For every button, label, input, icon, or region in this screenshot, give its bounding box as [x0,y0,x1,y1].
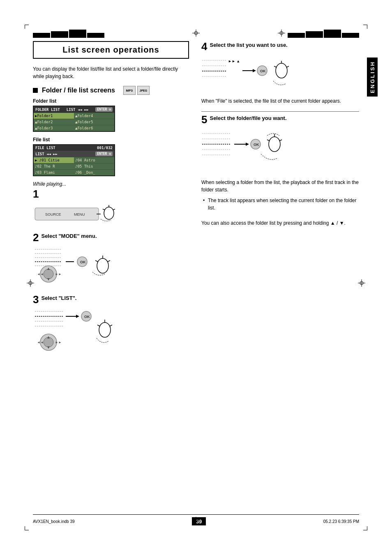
step-5-svg: OK [201,127,316,173]
svg-point-15 [104,207,114,219]
two-column-layout: List screen operations You can display t… [33,41,359,364]
divider-1 [201,111,359,112]
tab-2 [51,31,68,38]
svg-text:◄◄: ◄◄ [37,341,44,344]
step-1-row: 1 [33,189,189,199]
step-3-row: 3 Select "LIST". [33,294,189,305]
step-5-label: Select the folder/file you want. [210,114,286,123]
tab-r1 [288,33,305,38]
svg-point-61 [276,63,287,78]
step-2-diagram: ▲ ▼ ◄◄ ►► OK [33,245,189,288]
folder-row-1: ▶Folder1 ▲Folder4 [34,113,114,119]
step-1-svg: SOURCE MENU [33,202,123,224]
corner-mark-tl [25,25,29,29]
tab-r4 [342,33,359,38]
folder-cell-2-1: ▲Folder2 [34,119,74,125]
file-cell-3-2: ♪06 _Don_ [74,170,114,175]
step-4-body: When "File" is selected, the file list o… [201,97,359,105]
step-4-row: 4 Select the list you want to use. [201,41,359,52]
file-lcd-subheader: LIST ◄◄ ►► ENTER ⊙ [34,151,114,157]
file-row-2: ♪02 The R ♪05 This [34,163,114,169]
right-column: 4 Select the list you want to use. ►► ▲ [201,41,359,364]
step-5-row: 5 Select the folder/file you want. [201,114,359,125]
step-2-number: 2 [33,232,39,243]
folder-lcd-enter: ENTER ⊙ [95,107,113,112]
step-5-body1: When selecting a folder from the list, t… [201,179,359,193]
svg-line-63 [274,66,277,67]
folder-row-3: ▲Folder3 ▲Folder6 [34,125,114,131]
file-row-3: ♪03 Flami ♪06 _Don_ [34,169,114,175]
svg-line-17 [103,209,105,210]
footer-right: 05.2.23 6:39:35 PM [323,519,359,524]
step-3-number: 3 [33,294,39,305]
folder-row-2: ▲Folder2 ▲Folder5 [34,119,114,125]
svg-text:▲: ▲ [46,266,51,271]
svg-point-73 [269,137,280,152]
file-lcd-enter: ENTER ⊙ [95,152,113,156]
top-decoration-bar [33,30,359,38]
file-row-1: ▶ ♪01 Citie ♪04 Astro [34,157,114,163]
step-2-label: Select "MODE" menu. [41,232,97,241]
intro-text: You can display the folder list/file lis… [33,65,189,80]
tab-1 [33,33,50,38]
step-5-diagram: OK [201,127,359,174]
svg-line-64 [286,66,289,67]
file-lcd-title: FILE LIST [35,146,55,150]
step-5-number: 5 [201,114,207,125]
jpeg-icon: JPEG [137,86,150,95]
step-3-label: Select "LIST". [41,294,76,303]
folder-list-lcd: FOLDER LIST LIST ◄◄ ►► ENTER ⊙ ▶Folder1 … [33,106,115,132]
file-cell-2-2: ♪05 This [74,164,114,169]
svg-text:OK: OK [84,315,90,319]
file-lcd-controls: LIST ◄◄ ►► [35,152,58,156]
while-playing-text: While playing... [33,181,189,187]
svg-text:▼: ▼ [46,345,51,350]
step-2-svg: ▲ ▼ ◄◄ ►► OK [33,245,136,286]
svg-text:►► ▲: ►► ▲ [228,59,240,63]
folder-cell-3-1: ▲Folder3 [34,125,74,131]
bottom-center-reg-mark [192,517,200,525]
footer-left: AVX1EN_book.indb 39 [33,519,75,524]
center-reg-mark [192,30,200,38]
svg-text:►►: ►► [55,272,62,276]
folder-file-section-heading: Folder / file list screens MP3 JPEG [33,86,189,95]
tab-r3 [324,30,341,38]
file-cell-2-1: ♪02 The R [34,164,74,169]
step-4-section: 4 Select the list you want to use. ►► ▲ [201,41,359,105]
step-3-section: 3 Select "LIST". ▲ ▼ [33,294,189,358]
tab-3 [69,30,86,38]
svg-line-75 [267,140,270,141]
folder-lcd-title: FOLDER LIST [35,108,60,112]
english-sidebar: ENGLISH [367,58,378,97]
svg-text:▲: ▲ [46,335,51,339]
svg-text:OK: OK [80,260,86,264]
step-5-body2: You can also access the folder list by p… [201,219,359,227]
format-icons: MP3 JPEG [123,86,150,95]
tab-r2 [306,31,323,38]
file-list-lcd: FILE LIST 001/032 LIST ◄◄ ►► ENTER ⊙ ▶ ♪… [33,144,115,176]
left-column: List screen operations You can display t… [33,41,189,364]
file-lcd-header: FILE LIST 001/032 [34,145,114,151]
svg-line-34 [95,260,98,262]
svg-line-52 [110,325,112,326]
step-4-number: 4 [201,41,207,52]
svg-line-35 [108,260,110,262]
section-bullet-icon [33,88,38,93]
svg-text:SOURCE: SOURCE [45,212,61,216]
file-list-label: File list [33,137,189,143]
title-box: List screen operations [33,41,189,59]
svg-text:◄◄: ◄◄ [37,272,44,276]
file-cell-3-1: ♪03 Flami [34,170,74,175]
folder-cell-3-2: ▲Folder6 [74,125,114,131]
file-cell-1-1: ▶ ♪01 Citie [34,157,74,163]
svg-rect-12 [35,208,99,220]
step-3-diagram: ▲ ▼ ◄◄ ►► OK [33,307,189,358]
svg-line-76 [279,140,282,141]
page-title: List screen operations [42,45,180,55]
top-bar-left-tabs [33,30,104,38]
top-bar-right-tabs [288,30,359,38]
step-2-section: 2 Select "MODE" menu. [33,232,189,288]
folder-cell-1-2: ▲Folder4 [74,113,114,119]
step-1-number: 1 [33,189,39,199]
folder-cell-1-1: ▶Folder1 [34,113,74,119]
